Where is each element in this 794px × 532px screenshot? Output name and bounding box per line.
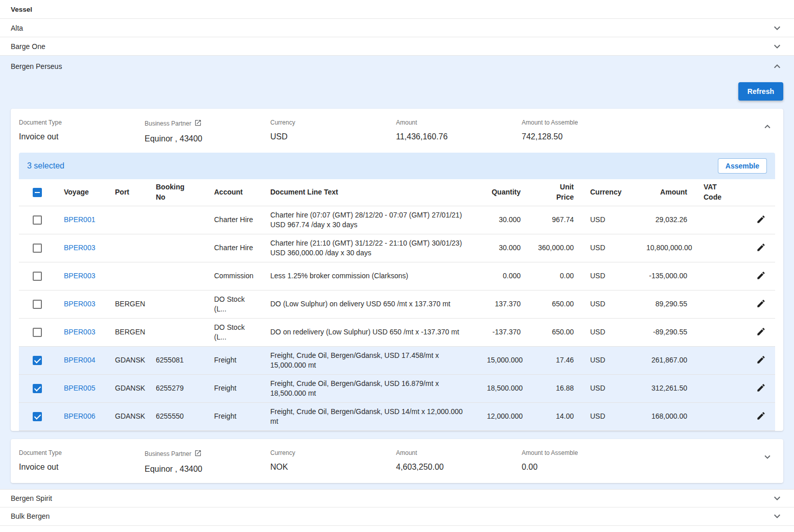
line-items-panel: 3 selected Assemble Voyage Port Booking … bbox=[19, 153, 775, 431]
refresh-button[interactable]: Refresh bbox=[738, 82, 783, 101]
voyage-link[interactable]: BPER003 bbox=[64, 328, 95, 336]
currency-cell: USD bbox=[582, 346, 638, 374]
vessel-list-header: Vessel bbox=[0, 0, 794, 19]
port-cell: BERGEN bbox=[107, 290, 148, 318]
line-text-cell: Freight, Crude Oil, Bergen/Gdansk, USD 1… bbox=[262, 374, 479, 402]
amount-label: Amount bbox=[396, 119, 516, 126]
row-checkbox[interactable] bbox=[33, 244, 42, 253]
row-checkbox[interactable] bbox=[33, 412, 42, 421]
header-account: Account bbox=[206, 179, 262, 206]
field-amount-to-assemble: Amount to Assemble 0.00 bbox=[522, 449, 760, 472]
document-summary-1: Document Type Invoice out Business Partn… bbox=[11, 109, 783, 153]
voyage-link[interactable]: BPER003 bbox=[64, 244, 95, 252]
currency-cell: USD bbox=[582, 262, 638, 290]
currency-cell: USD bbox=[582, 234, 638, 262]
expand-card-button[interactable] bbox=[760, 449, 775, 465]
row-checkbox[interactable] bbox=[33, 356, 42, 365]
port-cell: BERGEN bbox=[107, 318, 148, 346]
unit-price-cell: 14.00 bbox=[529, 402, 582, 430]
business-partner-label: Business Partner bbox=[145, 119, 264, 128]
document-type-label: Document Type bbox=[19, 449, 138, 456]
currency-value: NOK bbox=[270, 463, 390, 472]
account-cell: DO Stock (L... bbox=[206, 318, 262, 346]
chevron-up-icon bbox=[771, 60, 783, 72]
edit-icon[interactable] bbox=[755, 241, 767, 253]
booking-no-cell bbox=[148, 262, 206, 290]
selected-count: 3 selected bbox=[27, 161, 64, 171]
currency-value: USD bbox=[270, 132, 390, 141]
row-checkbox[interactable] bbox=[33, 300, 42, 309]
amount-to-assemble-value: 0.00 bbox=[522, 463, 754, 472]
vat-code-cell bbox=[695, 206, 740, 234]
row-checkbox[interactable] bbox=[33, 215, 42, 225]
booking-no-cell bbox=[148, 318, 206, 346]
document-card-1: Document Type Invoice out Business Partn… bbox=[11, 109, 783, 431]
table-row: BPER003 Charter Hire Charter hire (21:10… bbox=[19, 234, 775, 262]
edit-icon[interactable] bbox=[755, 410, 767, 422]
accordion-bergen-spirit[interactable]: Bergen Spirit bbox=[0, 489, 794, 507]
amount-cell: 312,261.50 bbox=[638, 374, 695, 402]
amount-value: 11,436,160.76 bbox=[396, 132, 516, 141]
quantity-cell: -137.370 bbox=[479, 318, 529, 346]
business-partner-label: Business Partner bbox=[145, 449, 264, 458]
accordion-barge-one[interactable]: Barge One bbox=[0, 37, 794, 56]
voyage-link[interactable]: BPER006 bbox=[64, 412, 95, 420]
edit-icon[interactable] bbox=[755, 354, 767, 366]
vessel-header-label: Vessel bbox=[11, 6, 32, 13]
chevron-down-icon bbox=[771, 510, 783, 522]
header-quantity: Quantity bbox=[479, 179, 529, 206]
table-row: BPER003 BERGEN DO Stock (L... DO on rede… bbox=[19, 318, 775, 346]
open-in-new-icon[interactable] bbox=[194, 449, 202, 458]
accordion-alta[interactable]: Alta bbox=[0, 19, 794, 37]
voyage-link[interactable]: BPER005 bbox=[64, 384, 95, 392]
accordion-bergen-perseus[interactable]: Bergen Perseus bbox=[0, 56, 794, 77]
header-unit-price: Unit Price bbox=[529, 179, 582, 206]
row-checkbox[interactable] bbox=[33, 328, 42, 337]
vat-code-cell bbox=[695, 262, 740, 290]
select-all-checkbox[interactable] bbox=[33, 188, 42, 197]
business-partner-label-text: Business Partner bbox=[145, 120, 191, 127]
booking-no-cell: 6255279 bbox=[148, 374, 206, 402]
field-document-type: Document Type Invoice out bbox=[19, 119, 145, 141]
accordion-barge-one-label: Barge One bbox=[11, 42, 45, 51]
open-in-new-icon[interactable] bbox=[194, 119, 202, 128]
row-checkbox[interactable] bbox=[33, 384, 42, 393]
edit-icon[interactable] bbox=[755, 298, 767, 309]
voyage-cell: BPER003 bbox=[56, 262, 107, 290]
voyage-link[interactable]: BPER001 bbox=[64, 215, 95, 224]
row-checkbox[interactable] bbox=[33, 272, 42, 281]
accordion-bulk-bergen[interactable]: Bulk Bergen bbox=[0, 507, 794, 526]
selection-toolbar: 3 selected Assemble bbox=[19, 153, 775, 179]
chevron-down-icon bbox=[771, 492, 783, 504]
collapse-card-button[interactable] bbox=[760, 119, 775, 134]
unit-price-cell: 16.88 bbox=[529, 374, 582, 402]
field-currency: Currency USD bbox=[270, 119, 396, 141]
currency-cell: USD bbox=[582, 402, 638, 430]
field-amount: Amount 11,436,160.76 bbox=[396, 119, 522, 141]
voyage-link[interactable]: BPER004 bbox=[64, 356, 95, 364]
account-cell: Charter Hire bbox=[206, 234, 262, 262]
edit-icon[interactable] bbox=[755, 382, 767, 394]
quantity-cell: 15,000.000 bbox=[479, 346, 529, 374]
edit-icon[interactable] bbox=[755, 270, 767, 281]
accordion-bergen-spirit-label: Bergen Spirit bbox=[11, 494, 52, 502]
voyage-link[interactable]: BPER003 bbox=[64, 300, 95, 308]
assemble-button[interactable]: Assemble bbox=[718, 158, 767, 174]
voyage-link[interactable]: BPER003 bbox=[64, 272, 95, 280]
booking-no-cell bbox=[148, 234, 206, 262]
edit-icon[interactable] bbox=[755, 326, 767, 337]
line-text-cell: Less 1.25% broker commission (Clarksons) bbox=[262, 262, 479, 290]
edit-icon[interactable] bbox=[755, 213, 767, 225]
chevron-down-icon bbox=[771, 22, 783, 34]
voyage-cell: BPER001 bbox=[56, 206, 107, 234]
quantity-cell: 12,000.000 bbox=[479, 402, 529, 430]
business-partner-value: Equinor , 43400 bbox=[145, 465, 264, 474]
amount-cell: 168,000.00 bbox=[638, 402, 695, 430]
document-type-value: Invoice out bbox=[19, 463, 138, 472]
refresh-row: Refresh bbox=[0, 77, 794, 101]
header-vat-code: VAT Code bbox=[695, 179, 740, 206]
field-currency: Currency NOK bbox=[270, 449, 396, 472]
unit-price-cell: 360,000.00 bbox=[529, 234, 582, 262]
account-cell: Freight bbox=[206, 346, 262, 374]
accordion-bergen-perseus-label: Bergen Perseus bbox=[11, 62, 62, 70]
